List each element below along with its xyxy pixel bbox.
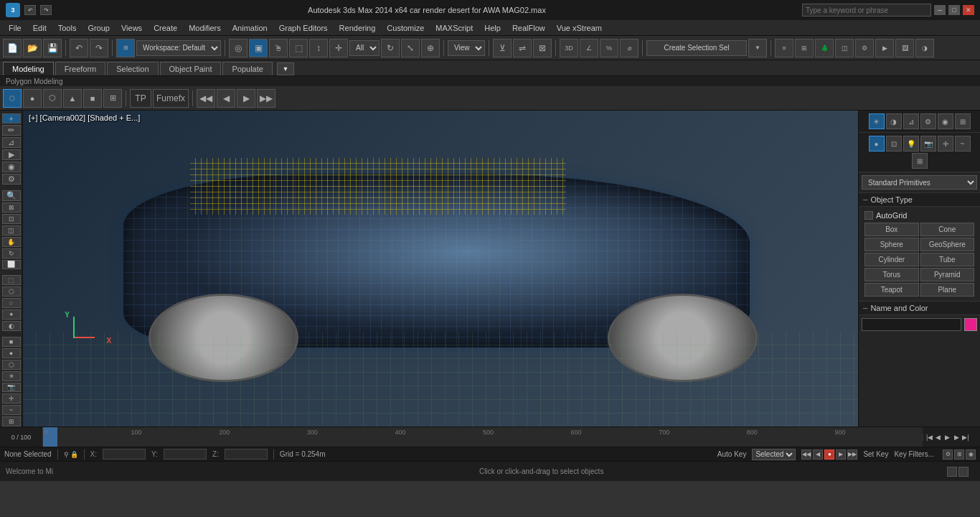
rp-systems-icon[interactable]: ⊞ <box>912 153 928 169</box>
ribbon-toggle-btn[interactable]: ≡ <box>775 39 793 57</box>
cylinder-shape-btn[interactable]: ⬡ <box>2 360 21 370</box>
workspace-icon[interactable]: ⊞ <box>116 39 135 57</box>
mat-editor-btn[interactable]: ◫ <box>835 39 854 57</box>
mirror-btn[interactable]: ⇌ <box>513 39 532 57</box>
move-btn[interactable]: ✛ <box>329 39 348 57</box>
timeline-track[interactable]: 0 100 200 300 400 500 600 700 800 900 <box>43 427 923 447</box>
key-prev2-btn[interactable]: ◀ <box>813 450 823 460</box>
menu-create[interactable]: Create <box>148 22 183 34</box>
tb-redo[interactable]: ↷ <box>40 5 52 15</box>
play-fwd-btn[interactable]: ▶ <box>237 89 255 108</box>
menu-animation[interactable]: Animation <box>227 22 273 34</box>
key-prev-btn[interactable]: ◀◀ <box>801 450 811 460</box>
rotate-btn[interactable]: ↻ <box>381 39 400 57</box>
render-frame-btn[interactable]: 🖼 <box>895 39 914 57</box>
key-filters-btn[interactable]: Key Filters... <box>894 450 934 458</box>
menu-help[interactable]: Help <box>479 22 507 34</box>
tp-btn[interactable]: TP <box>130 89 151 108</box>
open-file-btn[interactable]: 📂 <box>23 39 42 57</box>
menu-rendering[interactable]: Rendering <box>334 22 382 34</box>
teapot-type-btn[interactable]: Teapot <box>864 283 919 297</box>
menu-maxscript[interactable]: MAXScript <box>430 22 479 34</box>
menu-views[interactable]: Views <box>116 22 148 34</box>
field-of-view-btn[interactable]: ◫ <box>2 225 21 236</box>
key-next2-btn[interactable]: ▶▶ <box>847 450 857 460</box>
cone-btn[interactable]: ▲ <box>63 89 82 108</box>
orbit-btn[interactable]: ↻ <box>2 248 21 258</box>
save-file-btn[interactable]: 💾 <box>43 39 62 57</box>
filter-dropdown[interactable]: All <box>349 40 380 56</box>
rp-motion-icon[interactable]: ⚙ <box>920 113 936 129</box>
zoom-sel-btn[interactable]: ⊡ <box>2 214 21 224</box>
helper-shape-btn[interactable]: ✛ <box>2 393 21 404</box>
tab-selection[interactable]: Selection <box>107 62 158 75</box>
menu-edit[interactable]: Edit <box>27 22 52 34</box>
rp-shader-icon[interactable]: ◑ <box>886 113 902 129</box>
zoom-btn[interactable]: 🔍 <box>2 190 21 201</box>
mini-btn2[interactable]: ⊞ <box>954 450 964 460</box>
menu-modifiers[interactable]: Modifiers <box>183 22 227 34</box>
next-frame-btn2[interactable]: ▶ <box>954 434 959 441</box>
sphere-type-btn[interactable]: Sphere <box>864 238 919 251</box>
cone-type-btn[interactable]: Cone <box>920 223 975 236</box>
z-coord-input[interactable] <box>225 449 268 460</box>
tab-populate[interactable]: Populate <box>222 62 272 75</box>
align-btn[interactable]: ⊻ <box>493 39 512 57</box>
rp-sun-icon[interactable]: ☀ <box>869 113 885 129</box>
menu-vue-xstream[interactable]: Vue xStream <box>551 22 608 34</box>
viewport-content[interactable]: X Y <box>23 111 858 427</box>
create-sel-dropdown-btn[interactable]: ▼ <box>748 39 767 57</box>
cylinder-btn[interactable]: ⬡ <box>43 89 62 108</box>
spinner-snap-btn[interactable]: ⌀ <box>620 39 639 57</box>
y-coord-input[interactable] <box>164 449 207 460</box>
rp-helpers-icon[interactable]: ✛ <box>938 136 953 152</box>
sphere-btn[interactable]: ● <box>23 89 42 108</box>
bottom-btn2[interactable] <box>958 467 969 477</box>
snap-toggle-icon[interactable]: ⚲ <box>64 451 69 458</box>
play-btn[interactable]: ▶ <box>945 434 950 441</box>
cylinder-type-btn[interactable]: Cylinder <box>864 253 919 266</box>
object-color-swatch[interactable] <box>964 318 977 331</box>
systems-shape-btn[interactable]: ⊞ <box>2 416 21 427</box>
fumefx-btn[interactable]: Fumefx <box>153 89 189 108</box>
search-input[interactable] <box>802 4 931 17</box>
go-end-btn[interactable]: ▶| <box>962 434 969 441</box>
prev-frame-btn2[interactable]: ◀ <box>936 434 941 441</box>
geosphere-type-btn[interactable]: GeoSphere <box>920 238 975 251</box>
render-setup-btn[interactable]: ⚙ <box>855 39 874 57</box>
key-record-btn[interactable]: ● <box>824 450 834 460</box>
view-dropdown[interactable]: View <box>448 40 485 56</box>
select-obj-btn[interactable]: ◎ <box>229 39 248 57</box>
modify-panel-btn[interactable]: ✏ <box>2 125 21 136</box>
undo-btn[interactable]: ↶ <box>70 39 88 57</box>
tb-undo[interactable]: ↶ <box>24 5 36 15</box>
rp-shapes-icon[interactable]: ⊡ <box>886 136 902 152</box>
menu-realflow[interactable]: RealFlow <box>507 22 551 34</box>
lasso-region-btn[interactable]: ✦ <box>2 309 21 320</box>
scale-btn[interactable]: ⤡ <box>401 39 420 57</box>
motion-panel-btn[interactable]: ▶ <box>2 149 21 160</box>
new-file-btn[interactable]: 📄 <box>3 39 22 57</box>
light-shape-btn[interactable]: ☀ <box>2 371 21 381</box>
tab-options-btn[interactable]: ▼ <box>277 62 294 75</box>
utilities-panel-btn[interactable]: ⚙ <box>2 174 21 185</box>
camera-shape-btn[interactable]: 📷 <box>2 383 21 393</box>
rp-hierarchy-icon[interactable]: ⊿ <box>903 113 919 129</box>
circle-region-btn[interactable]: ○ <box>2 298 21 308</box>
select-filter-btn[interactable]: 🖱 <box>269 39 288 57</box>
display-panel-btn[interactable]: ◉ <box>2 162 21 172</box>
pan-btn[interactable]: ✋ <box>2 237 21 247</box>
sphere-shape-btn[interactable]: ● <box>2 348 21 358</box>
tab-modeling[interactable]: Modeling <box>3 62 54 75</box>
object-type-header[interactable]: ─ Object Type <box>859 192 980 207</box>
rp-display-icon[interactable]: ◉ <box>938 113 953 129</box>
rp-utils-icon[interactable]: ⊞ <box>955 113 971 129</box>
rp-spacewarp-icon[interactable]: ~ <box>955 136 971 152</box>
rect-region-btn[interactable]: ⬚ <box>2 275 21 285</box>
pivot-btn[interactable]: ⊕ <box>421 39 440 57</box>
select-transform-btn[interactable]: ↕ <box>309 39 328 57</box>
render-btn[interactable]: ▶ <box>875 39 894 57</box>
zoom-all-btn[interactable]: ⊠ <box>2 202 21 213</box>
snap-3d-btn[interactable]: 3D <box>560 39 578 57</box>
x-coord-input[interactable] <box>103 449 146 460</box>
